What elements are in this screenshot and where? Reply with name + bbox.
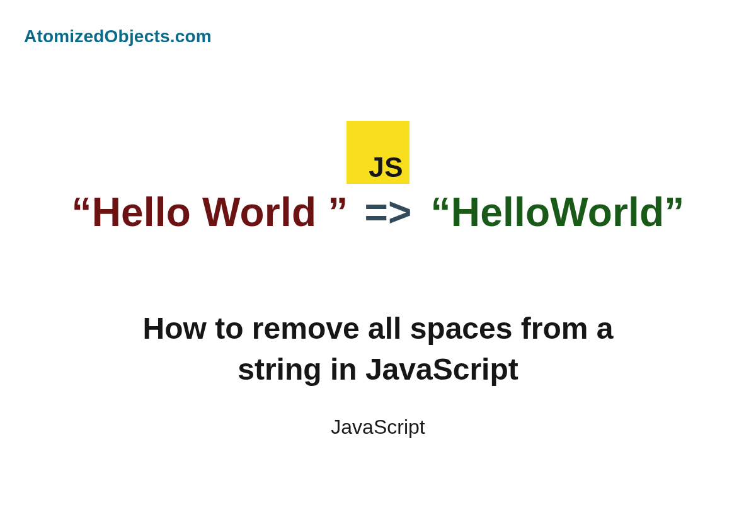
code-before-string: “Hello World ” [71,190,348,235]
article-category: JavaScript [0,416,756,439]
js-logo-icon: JS [346,121,410,184]
js-logo-text: JS [369,154,403,181]
article-title: How to remove all spaces from a string i… [0,308,756,390]
code-after-string: “HelloWorld” [431,190,685,235]
code-transformation: “Hello World ” => “HelloWorld” [0,189,756,235]
site-name: AtomizedObjects.com [24,26,212,47]
arrow-icon: => [364,190,411,235]
